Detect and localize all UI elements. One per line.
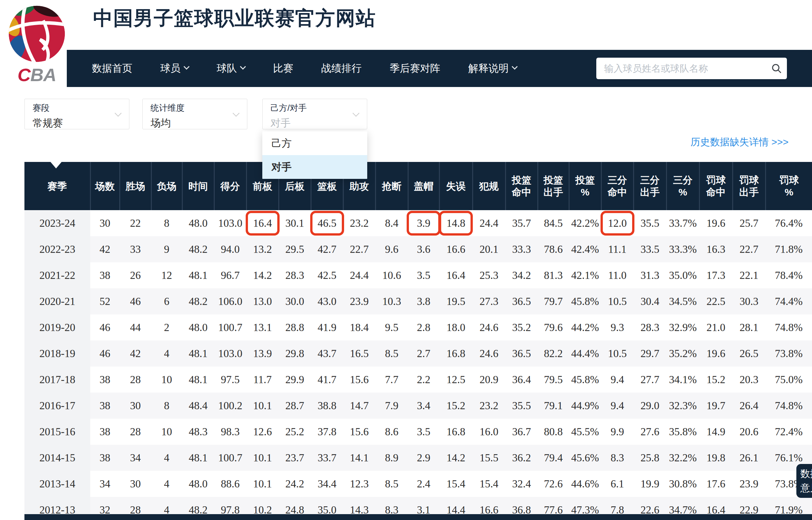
filter-label: 统计维度 [151,102,239,114]
season-cell: 2021-22 [24,262,90,288]
stat-cell: 35.8% [666,419,699,445]
column-header-5: 得分 [214,162,246,210]
stat-cell: 16.8 [439,340,472,367]
stat-cell: 44.4% [569,340,601,367]
stat-cell: 38 [90,262,120,288]
stat-cell: 6.1 [601,471,633,497]
stat-cell: 43.0 [311,288,343,314]
stat-cell: 13.1 [246,314,279,340]
stat-cell: 34.2 [505,262,538,288]
nav-label: 球员 [160,61,181,75]
stat-cell: 36.2 [505,445,538,471]
nav-item-playoffs[interactable]: 季后赛对阵 [390,61,440,75]
filter-stage[interactable]: 赛段 常规赛 [24,99,129,129]
stat-cell: 26 [120,262,151,288]
filter-self-opponent[interactable]: 己方/对手 对手 [262,99,367,129]
stat-cell: 16.4 [439,262,472,288]
stat-cell: 44.9% [569,393,601,419]
nav-item-games[interactable]: 比赛 [273,61,293,75]
nav-item-glossary[interactable]: 解释说明 [468,61,517,75]
stat-cell: 98.3 [214,419,246,445]
feedback-tab[interactable]: 数据 意见 [796,464,812,498]
season-cell: 2020-21 [24,288,90,314]
stat-cell: 16.6 [439,236,472,262]
stat-cell: 38 [90,419,120,445]
nav-item-teams[interactable]: 球队 [217,61,245,75]
stat-cell: 30.3 [733,288,765,314]
table-row: 2019-204644248.0100.713.128.841.918.49.5… [24,314,812,340]
stat-cell: 44.6% [569,471,601,497]
stat-cell: 97.5 [214,367,246,393]
stat-cell: 28.8 [279,314,311,340]
filter-stat-dimension[interactable]: 统计维度 场均 [142,99,247,129]
stat-cell: 14.1 [343,445,375,471]
history-missing-link[interactable]: 历史数据缺失详情 >>> [690,135,789,149]
column-header-11: 盖帽 [408,162,439,210]
stat-cell: 41.7 [311,367,343,393]
stat-cell: 15.6 [343,419,375,445]
stat-cell: 41.9 [311,314,343,340]
next-table-header-strip [24,514,812,520]
search-input[interactable] [596,58,766,79]
stat-cell: 9.4 [601,367,633,393]
table-row: 2016-173830848.4100.210.128.738.814.77.9… [24,393,812,419]
stat-cell: 33.7% [666,210,699,236]
nav-label: 季后赛对阵 [390,61,440,75]
stat-cell: 30.1 [279,210,311,236]
highlight-ring [439,211,473,236]
stat-cell: 28.3 [279,262,311,288]
stat-cell: 12.5 [439,367,472,393]
stat-cell: 2 [151,314,182,340]
filter-value: 对手 [270,116,359,130]
stat-cell: 100.7 [214,314,246,340]
notch-pointer-icon [51,162,61,168]
season-cell: 2018-19 [24,340,90,367]
stat-cell: 33.3% [666,236,699,262]
table-row: 2017-1838281048.197.511.729.941.715.67.7… [24,367,812,393]
stat-cell: 3.8 [408,288,439,314]
stat-cell: 4 [151,445,182,471]
stat-cell: 8.5 [375,471,408,497]
nav-item-standings[interactable]: 战绩排行 [321,61,362,75]
stat-cell: 29.0 [633,393,666,419]
stat-cell: 26.4 [733,393,765,419]
stat-cell: 15.6 [343,367,375,393]
stat-cell: 27.3 [472,288,505,314]
season-cell: 2016-17 [24,393,90,419]
stat-cell: 17.6 [699,471,733,497]
stat-cell: 31.3 [633,262,666,288]
nav-item-data-home[interactable]: 数据首页 [92,61,132,75]
stat-cell: 42 [90,236,120,262]
stat-cell: 28.1 [733,314,765,340]
stat-cell: 10.1 [246,445,279,471]
search-icon[interactable] [766,58,787,79]
stat-cell: 35.7 [505,210,538,236]
stat-cell: 23.7 [279,445,311,471]
season-cell: 2017-18 [24,367,90,393]
stat-cell: 74.8% [765,314,812,340]
stat-cell: 3.4 [408,393,439,419]
stat-cell: 22.1 [733,262,765,288]
stat-cell: 13.9 [246,340,279,367]
filter-label: 赛段 [33,102,121,114]
stat-cell: 15.5 [472,445,505,471]
dropdown-option-opponent[interactable]: 对手 [262,155,367,179]
stat-cell: 75.0% [765,367,812,393]
stat-cell: 78.6 [538,236,569,262]
stat-cell: 18.0 [439,314,472,340]
table-row: 2022-234233948.294.013.229.542.722.79.63… [24,236,812,262]
stat-cell: 73.8% [765,340,812,367]
stat-cell: 42.1% [569,262,601,288]
stat-cell: 38 [90,445,120,471]
dropdown-option-self[interactable]: 己方 [262,131,367,155]
stat-cell: 26.5 [733,340,765,367]
highlight-ring [246,211,280,236]
cba-logo[interactable]: CBA [3,2,71,89]
nav-item-players[interactable]: 球员 [160,61,189,75]
stat-cell: 12 [151,262,182,288]
stat-cell: 16.0 [472,419,505,445]
stat-cell: 28 [120,419,151,445]
filter-value: 常规赛 [33,116,121,130]
stat-cell: 36.7 [505,419,538,445]
stat-cell: 48.1 [182,340,214,367]
